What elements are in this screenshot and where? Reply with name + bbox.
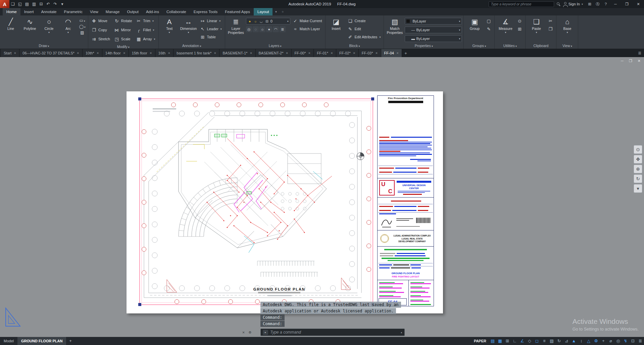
file-tab[interactable]: FF-01* ✕ <box>314 49 336 57</box>
ribbon-button[interactable]: ◳ Scale <box>113 35 133 43</box>
close-tab-icon[interactable]: ✕ <box>396 51 399 55</box>
search-icon[interactable] <box>557 2 559 5</box>
layer-select[interactable]: ● ☼ ◡ ⊟ 0 <box>246 18 290 25</box>
units-icon[interactable]: ⌀ <box>607 337 614 345</box>
layer-isolate-icon[interactable]: ◎ <box>246 26 252 32</box>
doc-close-icon[interactable]: ✕ <box>638 59 641 63</box>
file-tab[interactable]: BASEMENT-1* ✕ <box>219 49 255 57</box>
lineweight-display-icon[interactable]: ≡ <box>541 337 548 345</box>
ribbon-button[interactable]: ❐ Copy <box>90 26 111 34</box>
new-drawing-tab-button[interactable]: + <box>402 49 409 57</box>
panel-title-annotation[interactable]: Annotation <box>159 43 225 49</box>
layer-thaw-icon[interactable]: ☼ <box>253 19 258 23</box>
panel-title-view[interactable]: View <box>556 43 578 49</box>
sign-in-button[interactable]: Sign In <box>568 2 580 6</box>
ribbon-button[interactable]: ⊙ <box>515 17 524 25</box>
ribbon-button[interactable]: ❏ Create <box>346 17 382 25</box>
lineweight-control[interactable]: ▬ ByLayer <box>405 35 462 42</box>
ribbon-button[interactable]: ✂ <box>546 17 554 25</box>
transparency-icon[interactable]: ▨ <box>548 337 555 345</box>
ribbon-tab[interactable]: Home <box>3 8 20 15</box>
annotation-monitor-icon[interactable]: + <box>600 337 607 345</box>
qat-dropdown-icon[interactable]: ▾ <box>59 0 66 8</box>
close-tab-icon[interactable]: ✕ <box>375 51 378 55</box>
paper-space-label[interactable]: PAPER <box>474 339 486 343</box>
panel-title-groups[interactable]: Groups <box>464 43 494 49</box>
layer-lock-icon[interactable]: ◠ <box>273 26 279 32</box>
ribbon-button[interactable]: ▣ Group <box>465 16 484 43</box>
polar-tracking-icon[interactable]: ∠ <box>518 337 526 345</box>
search-input[interactable]: Type a keyword or phrase <box>489 1 554 7</box>
ribbon-button[interactable]: ✎ <box>485 25 493 33</box>
layout-tab-ground-floor-plan[interactable]: GROUND FLOOR PLAN <box>17 337 66 345</box>
ribbon-button[interactable]: ✥ Move <box>90 17 111 25</box>
layer-freeze-icon[interactable]: ☼ <box>259 26 265 32</box>
panel-title-properties[interactable]: Properties <box>384 43 463 49</box>
help-icon[interactable]: ? <box>602 0 610 8</box>
ribbon-tab[interactable]: Collaborate <box>163 8 190 15</box>
undo-icon[interactable]: ↶ <box>45 0 52 8</box>
file-tab[interactable]: FF-00* ✕ <box>292 49 314 57</box>
color-control[interactable]: ByLayer <box>405 18 462 25</box>
model-tab[interactable]: Model <box>0 337 17 345</box>
file-tab[interactable]: FF-03* ✕ <box>359 49 381 57</box>
ribbon-button[interactable]: ▧ Match Properties <box>386 16 404 43</box>
hatch-icon[interactable]: ▨ <box>78 30 86 35</box>
ellipse-icon[interactable]: ◯ <box>78 24 86 29</box>
ribbon-button[interactable]: ✓ Make Current <box>291 17 324 25</box>
file-tab[interactable]: FF-04 ✕ <box>381 49 402 57</box>
ribbon-button[interactable]: ╭ Fillet <box>135 26 156 34</box>
save-icon[interactable]: ▤ <box>23 0 31 8</box>
navigation-wheel-icon[interactable]: ⊙ <box>634 145 642 154</box>
doc-restore-icon[interactable]: ❐ <box>629 59 632 63</box>
isolate-objects-icon[interactable]: ◎ <box>614 337 622 345</box>
layer-on-icon[interactable]: ● <box>248 19 252 23</box>
grid-icon[interactable]: ▦ <box>496 337 504 345</box>
drawing-canvas[interactable]: ─ ❐ ✕ ⊙ ✥ ⊕ ↻ ▾ <box>0 57 644 337</box>
command-customize-icon[interactable]: ⚙ <box>249 330 251 335</box>
app-store-icon[interactable]: ⊞ <box>586 0 594 8</box>
ribbon-tab[interactable]: Parametric <box>60 8 87 15</box>
panel-title-draw[interactable]: Draw <box>0 43 88 49</box>
ribbon-button[interactable]: ≣ Layer Properties <box>227 16 245 43</box>
ribbon-button[interactable]: ○ Circle <box>40 16 58 43</box>
panel-title-utilities[interactable]: Utilities <box>495 43 525 49</box>
ribbon-tab[interactable]: View <box>86 8 102 15</box>
close-tab-icon[interactable]: ✕ <box>123 51 126 55</box>
layer-plot-icon[interactable]: ⊟ <box>265 19 269 23</box>
file-tabs-menu-icon[interactable]: ≣ <box>635 49 644 57</box>
plot-icon[interactable]: ⊟ <box>38 0 45 8</box>
layer-unisolate-icon[interactable]: ◌ <box>253 26 259 32</box>
clean-screen-icon[interactable]: ⊡ <box>629 337 637 345</box>
ribbon-button[interactable]: ↖ Leader <box>199 25 223 33</box>
close-tab-icon[interactable]: ✕ <box>308 51 310 55</box>
isodraft-icon[interactable]: ◇ <box>526 337 533 345</box>
ribbon-button[interactable]: ✂ Trim <box>135 17 156 25</box>
ribbon-tab[interactable]: Annotate <box>37 8 60 15</box>
layer-off-icon[interactable]: ● <box>266 26 272 32</box>
ribbon-button[interactable]: ↔ Dimension <box>180 16 198 43</box>
save-as-icon[interactable]: ▥ <box>31 0 38 8</box>
pan-icon[interactable]: ✥ <box>634 155 642 164</box>
graphics-performance-icon[interactable]: ↯ <box>622 337 629 345</box>
snap-icon[interactable]: ⊞ <box>504 337 511 345</box>
new-file-icon[interactable]: ❏ <box>9 0 16 8</box>
ribbon-button[interactable]: ∡ Measure <box>496 16 514 43</box>
layer-walk-icon[interactable]: ≣ <box>280 26 286 32</box>
window-maximize-icon[interactable]: ❐ <box>621 0 633 8</box>
file-tab[interactable]: 15th floor ✕ <box>129 49 155 57</box>
close-tab-icon[interactable]: ✕ <box>150 51 152 55</box>
close-tab-icon[interactable]: ✕ <box>14 51 16 55</box>
file-tab[interactable]: 06---HVAC-32 TO 37 DETAILS* ✕ <box>19 49 83 57</box>
ribbon-button[interactable]: ⊞ Table <box>199 33 223 41</box>
file-tab[interactable]: 16th ✕ <box>155 49 174 57</box>
file-tab[interactable]: 10th* ✕ <box>83 49 102 57</box>
command-input[interactable]: ▸ Type a command ▴ <box>260 329 405 336</box>
sign-in-caret-icon[interactable]: ▾ <box>582 3 583 6</box>
ribbon-button[interactable]: ⌂ Base <box>558 16 576 43</box>
ribbon-display-toggle-icon[interactable]: ▾ <box>273 8 279 15</box>
window-minimize-icon[interactable]: ─ <box>610 0 621 8</box>
selection-cycling-icon[interactable]: ↻ <box>555 337 563 345</box>
file-tab[interactable]: FF-02* ✕ <box>336 49 359 57</box>
command-history-expand-icon[interactable]: ▴ <box>401 331 402 334</box>
